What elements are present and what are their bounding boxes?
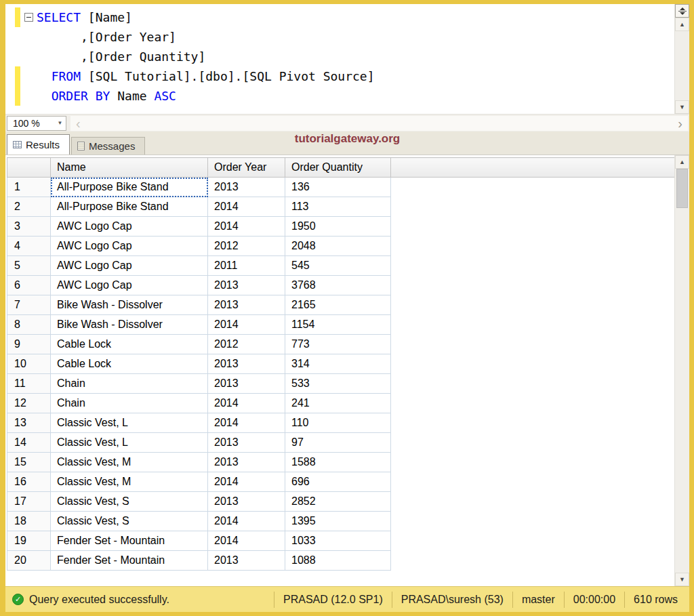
editor-vertical-scrollbar[interactable]: ▲ ▼	[674, 4, 689, 114]
cell-year[interactable]: 2013	[208, 276, 285, 295]
cell-year[interactable]: 2014	[208, 512, 285, 531]
editor-horizontal-scrollbar[interactable]: ‹ ›	[70, 116, 688, 131]
cell-year[interactable]: 2011	[208, 256, 285, 276]
cell-year[interactable]: 2013	[208, 433, 285, 453]
grid-scroll-thumb[interactable]	[676, 169, 688, 208]
cell-num[interactable]: 17	[7, 492, 51, 512]
cell-qty[interactable]: 533	[285, 374, 391, 394]
cell-name[interactable]: AWC Logo Cap	[51, 217, 208, 237]
cell-num[interactable]: 2	[7, 197, 51, 217]
results-grid[interactable]: Name Order Year Order Quantity 1 All-Pur…	[5, 155, 674, 586]
cell-qty[interactable]: 136	[285, 178, 391, 197]
cell-name[interactable]: Cable Lock	[51, 354, 208, 374]
cell-year[interactable]: 2012	[208, 237, 285, 256]
cell-num[interactable]: 7	[7, 295, 51, 315]
cell-num[interactable]: 8	[7, 315, 51, 335]
grid-scroll-track[interactable]	[675, 208, 689, 573]
cell-qty[interactable]: 1033	[285, 531, 391, 551]
cell-qty[interactable]: 2165	[285, 295, 391, 315]
code-text[interactable]: ORDER BY Name ASC	[37, 89, 176, 103]
cell-qty[interactable]: 97	[285, 433, 391, 453]
cell-num[interactable]: 1	[7, 178, 51, 197]
cell-name[interactable]: AWC Logo Cap	[51, 276, 208, 295]
cell-name[interactable]: Classic Vest, M	[51, 453, 208, 472]
cell-num[interactable]: 11	[7, 374, 51, 394]
cell-num[interactable]: 10	[7, 354, 51, 374]
cell-qty[interactable]: 1395	[285, 512, 391, 531]
cell-qty[interactable]: 1588	[285, 453, 391, 472]
cell-year[interactable]: 2014	[208, 197, 285, 217]
cell-num[interactable]: 15	[7, 453, 51, 472]
grid-scroll-down-button[interactable]: ▼	[675, 573, 689, 586]
cell-name[interactable]: Classic Vest, S	[51, 512, 208, 531]
editor-scroll-up-button[interactable]: ▲	[675, 18, 689, 31]
editor-scroll-track[interactable]	[675, 31, 689, 100]
grid-scroll-up-button[interactable]: ▲	[675, 155, 689, 169]
cell-qty[interactable]: 1950	[285, 217, 391, 237]
cell-year[interactable]: 2013	[208, 492, 285, 512]
cell-qty[interactable]: 545	[285, 256, 391, 276]
collapse-minus-icon[interactable]	[24, 13, 33, 22]
col-header-year[interactable]: Order Year	[208, 158, 285, 178]
cell-year[interactable]: 2014	[208, 315, 285, 335]
cell-name[interactable]: Bike Wash - Dissolver	[51, 315, 208, 335]
cell-year[interactable]: 2014	[208, 472, 285, 492]
cell-qty[interactable]: 3768	[285, 276, 391, 295]
cell-year[interactable]: 2013	[208, 295, 285, 315]
cell-qty[interactable]: 314	[285, 354, 391, 374]
col-header-qty[interactable]: Order Quantity	[285, 158, 391, 178]
zoom-dropdown[interactable]: 100 % ▼	[7, 116, 66, 131]
scroll-left-icon[interactable]: ‹	[76, 117, 81, 129]
cell-name[interactable]: Classic Vest, L	[51, 433, 208, 453]
cell-name[interactable]: Classic Vest, M	[51, 472, 208, 492]
cell-num[interactable]: 9	[7, 335, 51, 354]
cell-num[interactable]: 14	[7, 433, 51, 453]
cell-name[interactable]: Cable Lock	[51, 335, 208, 354]
col-header-name[interactable]: Name	[51, 158, 208, 178]
tab-results[interactable]: Results	[7, 134, 70, 155]
cell-qty[interactable]: 1154	[285, 315, 391, 335]
cell-qty[interactable]: 241	[285, 394, 391, 413]
cell-year[interactable]: 2014	[208, 217, 285, 237]
cell-num[interactable]: 3	[7, 217, 51, 237]
cell-num[interactable]: 5	[7, 256, 51, 276]
cell-num[interactable]: 19	[7, 531, 51, 551]
cell-qty[interactable]: 110	[285, 413, 391, 433]
cell-name[interactable]: AWC Logo Cap	[51, 237, 208, 256]
cell-year[interactable]: 2012	[208, 335, 285, 354]
cell-qty[interactable]: 113	[285, 197, 391, 217]
cell-year[interactable]: 2013	[208, 354, 285, 374]
cell-num[interactable]: 13	[7, 413, 51, 433]
cell-name[interactable]: Chain	[51, 374, 208, 394]
cell-year[interactable]: 2014	[208, 394, 285, 413]
cell-name[interactable]: Bike Wash - Dissolver	[51, 295, 208, 315]
editor-scroll-down-button[interactable]: ▼	[675, 100, 689, 114]
cell-qty[interactable]: 696	[285, 472, 391, 492]
cell-qty[interactable]: 1088	[285, 551, 391, 571]
cell-year[interactable]: 2013	[208, 551, 285, 571]
code-lines[interactable]: SELECT [Name] ,[Order Year] ,[Order Quan…	[5, 4, 674, 114]
cell-num[interactable]: 18	[7, 512, 51, 531]
grid-corner-cell[interactable]	[7, 158, 51, 178]
cell-year[interactable]: 2013	[208, 453, 285, 472]
cell-qty[interactable]: 2852	[285, 492, 391, 512]
cell-name[interactable]: All-Purpose Bike Stand	[51, 178, 208, 197]
cell-num[interactable]: 4	[7, 237, 51, 256]
code-text[interactable]: FROM [SQL Tutorial].[dbo].[SQL Pivot Sou…	[37, 69, 375, 83]
code-text[interactable]: ,[Order Year]	[37, 30, 176, 44]
tab-messages[interactable]: Messages	[71, 137, 145, 155]
scroll-right-icon[interactable]: ›	[678, 117, 682, 129]
cell-name[interactable]: AWC Logo Cap	[51, 256, 208, 276]
cell-year[interactable]: 2014	[208, 531, 285, 551]
cell-num[interactable]: 16	[7, 472, 51, 492]
code-text[interactable]: ,[Order Quantity]	[37, 49, 205, 64]
cell-year[interactable]: 2013	[208, 374, 285, 394]
splitter-button[interactable]	[675, 4, 689, 18]
cell-num[interactable]: 6	[7, 276, 51, 295]
cell-qty[interactable]: 773	[285, 335, 391, 354]
grid-vertical-scrollbar[interactable]: ▲ ▼	[674, 155, 689, 586]
code-text[interactable]: SELECT [Name]	[37, 10, 132, 24]
cell-year[interactable]: 2014	[208, 413, 285, 433]
cell-name[interactable]: Fender Set - Mountain	[51, 551, 208, 571]
cell-name[interactable]: Fender Set - Mountain	[51, 531, 208, 551]
